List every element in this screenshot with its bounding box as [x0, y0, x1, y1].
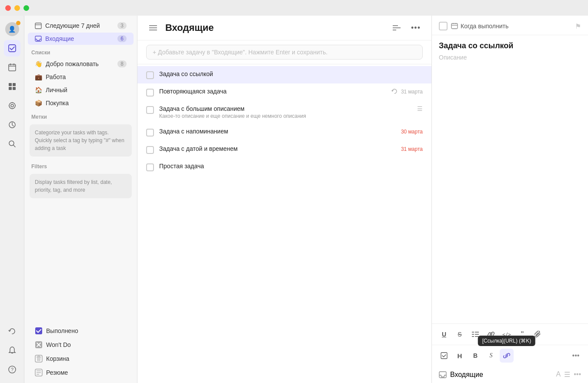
task-item[interactable]: Простая задача — [137, 158, 431, 176]
quote-button[interactable]: " — [515, 327, 529, 341]
inbox-label: Входящие — [45, 35, 74, 42]
sidebar-item-sync[interactable] — [4, 323, 20, 340]
when-label: Когда выполнить — [461, 23, 508, 30]
attachment-button[interactable] — [531, 327, 545, 341]
sort-icon — [393, 25, 401, 31]
task-meta-5: 31 марта — [401, 145, 423, 152]
sidebar-item-work[interactable]: 💼 Работа — [28, 71, 134, 83]
sidebar-item-welcome[interactable]: 👋 Добро пожаловать 8 — [28, 58, 134, 70]
inbox-footer-icon — [439, 371, 447, 379]
toolbar-row-1: U S </> " — [432, 324, 588, 345]
grid-footer-icon[interactable]: ☰ — [564, 370, 570, 379]
more-footer-icon[interactable]: ••• — [574, 370, 581, 379]
bold-button[interactable]: B — [468, 349, 482, 363]
task-title-5: Задача с датой и временем — [159, 145, 396, 152]
detail-list-footer: Входящие A ☰ ••• — [432, 366, 588, 383]
sidebar-item-calendar[interactable] — [4, 59, 20, 76]
sidebar-item-notifications[interactable] — [4, 342, 20, 359]
checkmark-icon — [8, 44, 17, 53]
filters-section-title: Filters — [24, 159, 137, 171]
lists-section-title: Списки — [24, 45, 137, 57]
italic-button[interactable]: S — [484, 349, 498, 363]
link2-icon — [503, 352, 510, 359]
task-item[interactable]: Задача со ссылкой — [137, 66, 431, 83]
sidebar-toggle-button[interactable] — [146, 21, 160, 35]
link2-button[interactable] — [500, 349, 514, 363]
resume-icon — [35, 369, 43, 376]
task-meta-3: ☰ — [417, 105, 423, 112]
tags-info-box: Categorize your tasks with tags. Quickly… — [30, 124, 132, 157]
checklist-button[interactable] — [437, 349, 451, 363]
minimize-button[interactable] — [14, 5, 20, 11]
task-content-2: Повторяющаяся задача — [159, 88, 386, 95]
detail-when[interactable]: Когда выполнить — [451, 23, 571, 30]
sidebar-item-logbook[interactable] — [4, 117, 20, 133]
svg-point-16 — [9, 141, 14, 146]
toolbar-more-button[interactable]: ••• — [569, 349, 583, 363]
menu-icon — [149, 25, 157, 31]
underline-button[interactable]: U — [437, 327, 451, 341]
focus-icon — [8, 101, 17, 110]
task-item[interactable]: Задача с напоминанием 30 марта — [137, 123, 431, 141]
flag-button[interactable]: ⚑ — [575, 22, 581, 30]
sort-button[interactable] — [390, 21, 404, 35]
task-checkbox-2[interactable] — [146, 89, 154, 97]
main-sidebar: Следующие 7 дней 3 Входящие 6 Списки 👋 Д… — [24, 16, 137, 383]
detail-description[interactable]: Описание — [439, 54, 581, 61]
link-button[interactable] — [484, 327, 498, 341]
sidebar-item-personal[interactable]: 🏠 Личный — [28, 84, 134, 96]
strikethrough-button[interactable]: S — [453, 327, 467, 341]
task-content-3: Задача с большим описанием Какое-то опис… — [159, 105, 412, 119]
sidebar-item-focus[interactable] — [4, 97, 20, 114]
link-icon — [488, 331, 494, 338]
task-list: Задача со ссылкой Повторяющаяся задача 3… — [137, 64, 431, 383]
next7-icon — [35, 22, 42, 29]
sidebar-item-wont-do[interactable]: Won't Do — [28, 338, 134, 351]
task-meta-4: 30 марта — [401, 128, 423, 135]
code-button[interactable]: </> — [500, 327, 514, 341]
sidebar-item-apps[interactable] — [4, 78, 20, 95]
sidebar-item-next7[interactable]: Следующие 7 дней 3 — [28, 20, 134, 32]
detail-body: Задача со ссылкой Описание — [432, 35, 588, 323]
sidebar-item-shopping[interactable]: 📦 Покупка — [28, 97, 134, 109]
shopping-label: Покупка — [46, 100, 69, 107]
add-task-input[interactable]: + Добавьте задачу в "Входящие". Нажмите … — [146, 45, 423, 60]
detail-header: Когда выполнить ⚑ — [432, 16, 588, 35]
description-placeholder: Описание — [439, 54, 467, 61]
task-checkbox-4[interactable] — [146, 129, 154, 137]
task-item[interactable]: Задача с большим описанием Какое-то опис… — [137, 101, 431, 123]
svg-rect-1 — [9, 64, 16, 71]
task-item[interactable]: Задача с датой и временем 31 марта — [137, 141, 431, 158]
personal-label: Личный — [46, 87, 67, 93]
svg-rect-8 — [13, 87, 16, 90]
task-checkbox-3[interactable] — [146, 106, 154, 114]
more-button[interactable]: ••• — [409, 21, 423, 35]
list-button[interactable] — [468, 327, 482, 341]
task-checkbox-6[interactable] — [146, 163, 154, 171]
calendar-when-icon — [451, 23, 458, 30]
sidebar-item-today[interactable] — [4, 40, 20, 57]
resume-label: Резюме — [46, 369, 68, 376]
task-checkbox-5[interactable] — [146, 146, 154, 154]
sidebar-item-search[interactable] — [4, 136, 20, 152]
sidebar-item-inbox[interactable]: Входящие 6 — [28, 33, 134, 45]
sync-icon — [8, 327, 17, 336]
search-icon — [8, 140, 17, 148]
maximize-button[interactable] — [23, 5, 29, 11]
wont-do-label: Won't Do — [46, 341, 71, 348]
sidebar-item-help[interactable]: ? — [4, 361, 20, 378]
text-format-icon[interactable]: A — [556, 370, 561, 379]
detail-task-checkbox[interactable] — [439, 22, 448, 30]
sidebar-item-done[interactable]: Выполнено — [28, 324, 134, 337]
sidebar-item-resume[interactable]: Резюме — [28, 366, 134, 379]
close-button[interactable] — [5, 5, 11, 11]
heading-button[interactable]: H — [453, 349, 467, 363]
detail-task-title: Задача со ссылкой — [439, 41, 581, 50]
sidebar-item-trash[interactable]: Корзина — [28, 352, 134, 365]
task-content-4: Задача с напоминанием — [159, 128, 396, 135]
detail-list-label: Входящие — [450, 371, 483, 379]
task-item[interactable]: Повторяющаяся задача 31 марта — [137, 83, 431, 101]
calendar-icon — [8, 63, 17, 72]
task-checkbox-1[interactable] — [146, 71, 154, 79]
task-desc-3: Какое-то описание и еще описание и еще н… — [159, 113, 412, 119]
